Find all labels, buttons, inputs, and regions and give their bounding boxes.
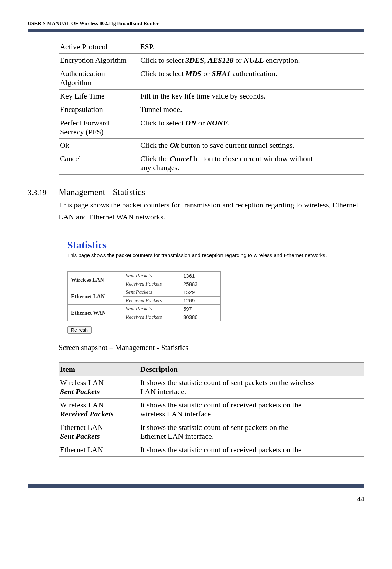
table-row: Encapsulation Tunnel mode.: [59, 103, 364, 116]
text: Secrecy (PFS): [60, 127, 103, 136]
table-row: Perfect Forward Secrecy (PFS) Click to s…: [59, 116, 364, 139]
metric-label: Sent Packets: [123, 272, 180, 280]
group-name: Wireless LAN: [68, 272, 123, 288]
emph: NONE: [206, 118, 228, 127]
param-key: Encapsulation: [59, 103, 139, 116]
param-desc: Tunnel mode.: [139, 103, 364, 116]
text: Click to select: [140, 118, 185, 127]
text: It shows the statistic count of sent pac…: [140, 378, 315, 387]
header-rule: [28, 29, 364, 32]
param-desc: Click to select ON or NONE.: [139, 116, 364, 139]
col-header-item: Item: [59, 363, 139, 376]
emph: Received Packets: [60, 410, 114, 418]
desc-cell: It shows the statistic count of sent pac…: [139, 421, 364, 443]
param-desc: Fill in the key life time value by secon…: [139, 90, 364, 103]
param-key: Encryption Algorithm: [59, 54, 139, 67]
table-row: Active Protocol ESP.: [59, 40, 364, 54]
metric-label: Sent Packets: [123, 288, 180, 297]
stats-desc-table: Item Description Wireless LAN Sent Packe…: [59, 362, 364, 457]
group-name: Ethernet LAN: [68, 288, 123, 305]
table-row: Wireless LAN Sent Packets It shows the s…: [59, 376, 364, 399]
param-key: Active Protocol: [59, 40, 139, 54]
text: .: [228, 118, 230, 127]
emph: Sent Packets: [60, 387, 100, 396]
section-body: This page shows the packet counters for …: [59, 199, 364, 223]
desc-cell: It shows the statistic count of received…: [139, 399, 364, 421]
text: Perfect Forward: [60, 118, 109, 127]
footer-rule: [28, 484, 364, 488]
param-desc: Click to select 3DES, AES128 or NULL enc…: [139, 54, 364, 67]
stats-table: Wireless LAN Sent Packets 1361 Received …: [67, 271, 221, 321]
param-key: Authentication Algorithm: [59, 67, 139, 90]
section-number: 3.3.19: [28, 188, 59, 197]
table-row: Ethernet WAN Sent Packets 597: [68, 305, 221, 313]
screenshot-caption: Screen snapshot – Management - Statistic…: [59, 343, 364, 352]
param-desc: ESP.: [139, 40, 364, 54]
text: Wireless LAN: [60, 401, 104, 409]
metric-label: Received Packets: [123, 313, 180, 321]
text: It shows the statistic count of sent pac…: [140, 423, 288, 432]
emph: Sent Packets: [60, 432, 100, 441]
text: Wireless LAN: [60, 378, 104, 387]
text: or: [196, 118, 206, 127]
param-desc: Click the Cancel button to close current…: [139, 152, 364, 175]
text: It shows the statistic count of received…: [140, 401, 302, 409]
text: Ethernet LAN interface.: [140, 432, 214, 441]
text: button to save current tunnel settings.: [179, 141, 294, 149]
item-cell: Wireless LAN Sent Packets: [59, 376, 139, 399]
item-cell: Ethernet LAN Sent Packets: [59, 421, 139, 443]
statistics-screenshot: Statistics This page shows the packet co…: [59, 232, 364, 340]
text: encryption.: [264, 56, 300, 64]
metric-value: 1361: [180, 272, 221, 280]
section-heading: 3.3.19 Management - Statistics: [59, 187, 364, 197]
text: Authentication: [60, 69, 105, 78]
emph: ON: [185, 118, 196, 127]
emph: NULL: [244, 56, 264, 64]
item-cell: Ethernet LAN: [59, 443, 139, 457]
metric-label: Received Packets: [123, 280, 180, 288]
table-row: Key Life Time Fill in the key life time …: [59, 90, 364, 103]
text: any changes.: [140, 163, 179, 172]
text: Ethernet LAN: [60, 423, 103, 432]
running-header: USER'S MANUAL OF Wireless 802.11g Broadb…: [28, 21, 364, 28]
text: LAN interface.: [140, 387, 186, 396]
refresh-button[interactable]: Refresh: [67, 326, 92, 334]
table-row: Ethernet LAN Sent Packets It shows the s…: [59, 421, 364, 443]
group-name: Ethernet WAN: [68, 305, 123, 321]
emph: AES128: [208, 56, 234, 64]
vpn-params-table: Active Protocol ESP. Encryption Algorith…: [59, 40, 364, 175]
table-row: Authentication Algorithm Click to select…: [59, 67, 364, 90]
desc-cell: It shows the statistic count of sent pac…: [139, 376, 364, 399]
metric-value: 1269: [180, 297, 221, 305]
emph: MD5: [185, 69, 201, 78]
text: Click to select: [140, 69, 185, 78]
stats-title: Statistics: [67, 239, 356, 251]
param-key: Perfect Forward Secrecy (PFS): [59, 116, 139, 139]
table-row: Wireless LAN Sent Packets 1361: [68, 272, 221, 280]
emph: SHA1: [212, 69, 230, 78]
table-row: Ethernet LAN Sent Packets 1529: [68, 288, 221, 297]
metric-label: Sent Packets: [123, 305, 180, 313]
table-row: Encryption Algorithm Click to select 3DE…: [59, 54, 364, 67]
param-desc: Click the Ok button to save current tunn…: [139, 139, 364, 152]
text: Algorithm: [60, 78, 92, 87]
emph: Ok: [170, 141, 179, 149]
desc-cell: It shows the statistic count of received…: [139, 443, 364, 457]
text: Click to select: [140, 56, 185, 64]
param-key: Key Life Time: [59, 90, 139, 103]
metric-value: 597: [180, 305, 221, 313]
text: It shows the statistic count of received…: [140, 445, 302, 454]
text: Click the: [140, 141, 170, 149]
text: wireless LAN interface.: [140, 410, 213, 418]
text: Click the: [140, 154, 170, 163]
param-key: Cancel: [59, 152, 139, 175]
col-header-desc: Description: [139, 363, 364, 376]
param-key: Ok: [59, 139, 139, 152]
page-number: 44: [28, 495, 364, 504]
text: ,: [204, 56, 208, 64]
item-cell: Wireless LAN Received Packets: [59, 399, 139, 421]
param-desc: Click to select MD5 or SHA1 authenticati…: [139, 67, 364, 90]
text: authentication.: [230, 69, 277, 78]
emph: Cancel: [170, 154, 192, 163]
metric-value: 25883: [180, 280, 221, 288]
